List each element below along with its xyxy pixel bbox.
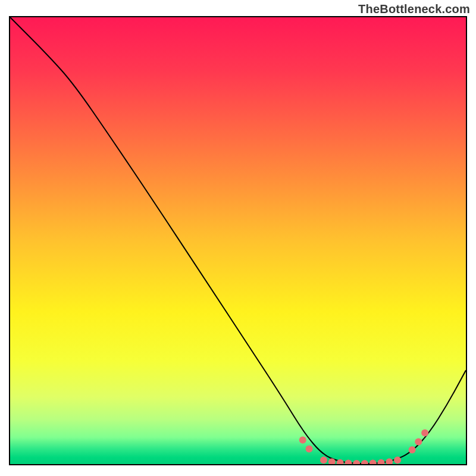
data-dot [299,436,306,443]
data-dot [320,456,327,464]
data-dot [421,429,428,436]
background-rect [10,17,466,464]
watermark-text: TheBottleneck.com [358,2,470,16]
chart-svg [10,17,466,464]
data-dot [306,446,313,453]
data-dot [415,439,422,446]
data-dot [394,456,401,464]
plot-area [9,16,467,465]
data-dot [409,446,416,453]
chart-frame: TheBottleneck.com [0,0,476,476]
